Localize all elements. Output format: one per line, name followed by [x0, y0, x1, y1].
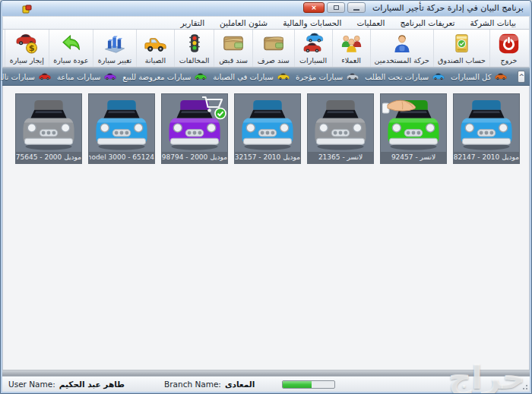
window-controls: × برنامج البيان في إدارة حركة تأجير السي… [303, 2, 524, 13]
toolbar-button-rent-car[interactable]: $إيجار سيارة [5, 30, 49, 67]
branch-name-label: Branch Name: [164, 380, 221, 389]
car-label: لانسر - 21365 [308, 152, 373, 163]
tab-label: سيارات تحت الطلب [365, 73, 429, 81]
car-image [454, 94, 519, 152]
car-image [16, 94, 81, 152]
car-label: موديل 2010 - 82147 [454, 152, 519, 163]
exit-icon [498, 32, 520, 55]
toolbar-button-user[interactable]: حركة المستخدمين [370, 30, 433, 67]
car-label: model 3000 - 65124 [89, 152, 154, 163]
menu-item-3[interactable]: الحسابات والمالية [276, 17, 348, 28]
user-name-label: User Name: [8, 380, 55, 389]
maximize-icon [334, 5, 339, 10]
receipt-voucher-icon [222, 32, 245, 55]
customers-icon [340, 32, 363, 55]
menu-item-0[interactable]: بيانات الشركة [463, 17, 523, 28]
car-icon [195, 73, 207, 80]
cars-icon [302, 32, 325, 55]
tab-label: كل السيارات [451, 73, 491, 81]
menu-item-5[interactable]: التقارير [173, 17, 211, 28]
branch-name-value: المعادى [225, 380, 255, 389]
car-label: موديل 2000 - 98794 [162, 152, 227, 163]
tab-0[interactable]: كل السيارات [448, 71, 510, 83]
car-tile-1[interactable]: model 3000 - 65124 [88, 93, 155, 164]
toolbar-button-label: عودة سيارة [53, 56, 88, 65]
collapse-button[interactable]: ^ [518, 71, 525, 83]
tab-5[interactable]: سيارات مباعة [54, 71, 119, 83]
tab-strip: ^ كل السياراتسيارات تحت الطلبسيارات مؤجر… [2, 68, 530, 86]
close-button[interactable]: × [303, 2, 325, 13]
content-area: موديل 2000 - 75645model 3000 - 65124مودي… [2, 86, 530, 370]
tab-2[interactable]: سيارات مؤجرة [293, 71, 362, 83]
tab-3[interactable]: سيارات في الصيانة [210, 71, 293, 83]
toolbar-button-label: خروج [501, 56, 518, 65]
toolbar-button-label: سند قبض [219, 56, 248, 65]
toolbar-button-label: سند صرف [258, 56, 290, 65]
progress-bar [282, 380, 335, 389]
toolbar-button-label: حساب الصندوق [438, 56, 486, 65]
title-bar: × برنامج البيان في إدارة حركة تأجير السي… [2, 1, 530, 16]
tab-label: سيارات معروضة للبيع [122, 73, 191, 81]
tab-6[interactable]: سيارات تالفة [0, 71, 54, 83]
toolbar-button-cars[interactable]: السيارات [294, 30, 332, 67]
cart-check-icon [200, 95, 227, 123]
car-grid: موديل 2000 - 75645model 3000 - 65124مودي… [3, 86, 529, 164]
maximize-button[interactable] [327, 2, 345, 13]
toolbar-button-label: العملاء [341, 56, 361, 65]
return-arrow-icon [60, 32, 82, 55]
content-bottom-strip [2, 370, 530, 376]
car-label: موديل 2000 - 75645 [16, 152, 81, 163]
car-tile-6[interactable]: موديل 2010 - 82147 [453, 93, 520, 164]
progress-fill [283, 381, 311, 388]
toolbar-button-exit[interactable]: خروج [489, 30, 527, 67]
car-image [162, 94, 227, 152]
svg-text:$: $ [28, 43, 34, 53]
car-icon [277, 73, 290, 80]
car-tile-4[interactable]: لانسر - 21365 [307, 93, 374, 164]
menu-item-1[interactable]: تعريفات البرنامج [393, 17, 461, 28]
car-tile-2[interactable]: موديل 2000 - 98794 [161, 93, 228, 164]
car-icon [104, 73, 116, 80]
user-name-value: طاهر عبد الحكيم [59, 380, 125, 389]
car-icon [347, 73, 359, 80]
car-icon [432, 73, 445, 80]
car-image [235, 94, 300, 152]
user-icon [391, 32, 413, 55]
car-tile-0[interactable]: موديل 2000 - 75645 [15, 93, 82, 164]
tab-label: سيارات مؤجرة [296, 73, 343, 81]
toolbar-button-customers[interactable]: العملاء [332, 30, 370, 67]
car-label: موديل 2010 - 32157 [235, 152, 300, 163]
app-icon [22, 3, 32, 13]
toolbar-button-receipt-voucher[interactable]: سند قبض [214, 30, 252, 67]
toolbar-button-label: السيارات [299, 56, 327, 65]
toolbar-button-label: المخالفات [179, 56, 210, 65]
toolbar-button-change-car[interactable]: تغيير سيارة [93, 30, 136, 67]
cashbox-icon [451, 32, 472, 55]
car-tile-3[interactable]: موديل 2010 - 32157 [234, 93, 301, 164]
car-label: لانسر - 92457 [381, 152, 446, 163]
toolbar-button-label: الصيانة [145, 56, 166, 65]
toolbar-button-return-arrow[interactable]: عودة سيارة [49, 30, 93, 67]
app-window: × برنامج البيان في إدارة حركة تأجير السي… [0, 0, 532, 394]
toolbar-button-label: حركة المستخدمين [374, 56, 429, 65]
car-image [381, 94, 446, 152]
minimize-button[interactable] [347, 2, 366, 13]
menu-item-4[interactable]: شئون العاملين [213, 17, 274, 28]
car-tile-5[interactable]: لانسر - 92457 [380, 93, 447, 164]
toolbar-button-tow-truck[interactable]: الصيانة [136, 30, 174, 67]
resize-grip[interactable] [521, 383, 528, 390]
toolbar-button-cashbox[interactable]: حساب الصندوق [433, 30, 489, 67]
close-icon: × [311, 5, 317, 11]
minimize-icon [353, 9, 359, 11]
car-icon [39, 73, 51, 80]
tab-4[interactable]: سيارات معروضة للبيع [119, 71, 210, 83]
toolbar-button-payment-voucher[interactable]: سند صرف [252, 30, 294, 67]
tab-1[interactable]: سيارات تحت الطلب [362, 71, 448, 83]
toolbar-button-label: إيجار سيارة [10, 56, 44, 65]
menu-item-2[interactable]: العمليات [350, 17, 391, 28]
toolbar-button-traffic-light[interactable]: المخالفات [174, 30, 214, 67]
hand-icon [382, 98, 417, 121]
tab-label: سيارات تالفة [0, 73, 35, 81]
traffic-light-icon [185, 32, 204, 55]
tab-strip-tabs: كل السياراتسيارات تحت الطلبسيارات مؤجرةس… [0, 71, 516, 83]
